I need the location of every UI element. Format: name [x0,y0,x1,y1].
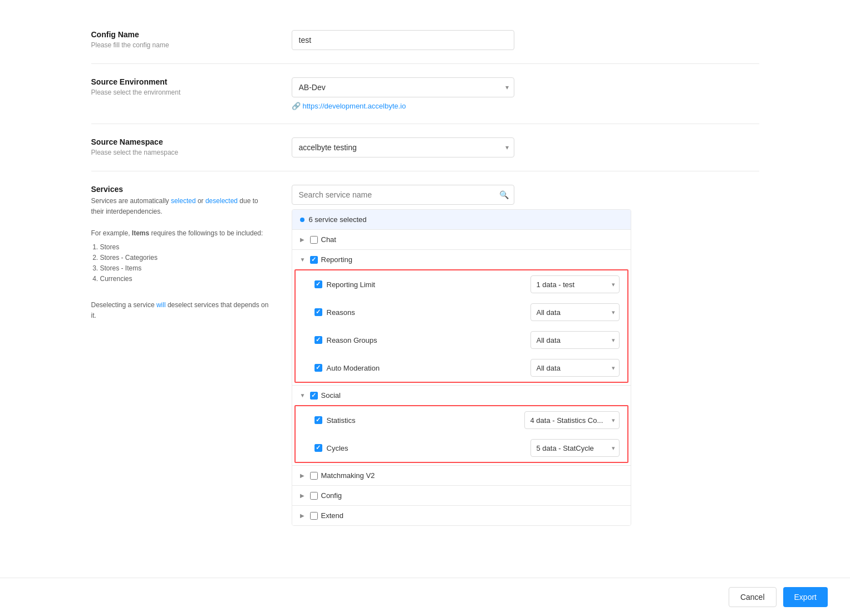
services-title: Services [91,185,269,194]
chevron-right-icon: ▶ [300,236,307,243]
source-ns-hint: Please select the namespace [91,149,269,156]
service-group-matchmaking-header[interactable]: ▶ Matchmaking V2 [292,466,631,485]
list-item: Stores [100,242,269,253]
source-env-content: AB-Dev AB-Prod ▾ 🔗 https://development.a… [292,77,759,110]
cycles-checkbox[interactable] [315,444,322,452]
config-checkbox[interactable] [310,492,318,500]
search-box-wrapper: 🔍 [292,185,514,205]
reason-groups-checkbox[interactable] [315,336,322,344]
source-env-hint: Please select the environment [91,88,269,96]
selected-text: selected [171,197,196,205]
auto-moderation-select-wrapper: All data ▾ [530,359,620,377]
config-name-label-block: Config Name Please fill the config name [91,30,269,49]
service-group-config-header[interactable]: ▶ Config [292,486,631,505]
will-text: will [156,301,166,309]
reporting-limit-select[interactable]: 1 data - test All data [530,275,620,293]
service-header-bar: 6 service selected [292,210,631,230]
source-namespace-section: Source Namespace Please select the names… [91,124,759,171]
matchmaking-checkbox[interactable] [310,472,318,480]
service-group-chat-header[interactable]: ▶ Chat [292,230,631,249]
service-group-chat: ▶ Chat [292,230,631,250]
services-desc2: For example, Items requires the followin… [91,228,269,239]
service-group-reporting: ▼ Reporting Reporting Limit 1 data - [292,250,631,386]
source-ns-title: Source Namespace [91,137,269,146]
reason-groups-row: Reason Groups All data ▾ [307,326,627,354]
service-group-extend-header[interactable]: ▶ Extend [292,506,631,525]
selected-dot-icon [300,218,304,222]
config-name-title: Config Name [91,30,269,39]
social-children: Statistics 4 data - Statistics Co... All… [294,405,628,463]
statistics-row: Statistics 4 data - Statistics Co... All… [307,406,627,434]
config-name-content [292,30,759,50]
list-item: Stores - Items [100,263,269,274]
chat-checkbox[interactable] [310,236,318,244]
config-label: Config [321,491,342,500]
chat-label: Chat [321,235,336,244]
deselect-note: Deselecting a service will deselect serv… [91,300,269,321]
auto-moderation-select[interactable]: All data [530,359,620,377]
reasons-select[interactable]: All data [530,303,620,321]
reason-groups-select-wrapper: All data ▾ [530,331,620,349]
reasons-row: Reasons All data ▾ [307,298,627,326]
reasons-checkbox[interactable] [315,308,322,316]
source-ns-content: accelbyte testing ▾ [292,137,759,157]
reporting-label: Reporting [321,255,352,264]
social-checkbox[interactable] [310,392,318,400]
chevron-down-icon: ▼ [300,257,307,263]
service-search-input[interactable] [292,185,514,205]
cycles-row: Cycles 5 data - StatCycle All data ▾ [307,434,627,462]
list-item: Stores - Categories [100,253,269,263]
chevron-right-icon: ▶ [300,492,307,499]
service-group-matchmaking: ▶ Matchmaking V2 [292,466,631,486]
statistics-checkbox[interactable] [315,416,322,424]
export-button[interactable]: Export [783,587,828,607]
services-example-list: Stores Stores - Categories Stores - Item… [100,242,269,285]
footer-bar: Cancel Export [0,578,850,616]
statistics-select[interactable]: 4 data - Statistics Co... All data [524,411,620,429]
auto-moderation-checkbox[interactable] [315,364,322,372]
config-name-section: Config Name Please fill the config name [91,17,759,64]
chevron-right-icon: ▶ [300,512,307,519]
source-env-label-block: Source Environment Please select the env… [91,77,269,96]
reporting-limit-label: Reporting Limit [327,280,375,289]
source-environment-section: Source Environment Please select the env… [91,64,759,124]
services-label-block: Services Services are automatically sele… [91,185,269,326]
services-content: 🔍 6 service selected ▶ Chat [292,185,759,526]
source-ns-label-block: Source Namespace Please select the names… [91,137,269,156]
auto-moderation-row: Auto Moderation All data ▾ [307,354,627,382]
cycles-label: Cycles [327,444,348,452]
service-group-social-header[interactable]: ▼ Social [292,386,631,405]
service-group-social: ▼ Social Statistics 4 data - Statisti [292,386,631,466]
env-url: https://development.accelbyte.io [303,102,406,110]
service-group-reporting-header[interactable]: ▼ Reporting [292,250,631,269]
cancel-button[interactable]: Cancel [729,587,777,607]
reporting-limit-select-wrapper: 1 data - test All data ▾ [530,275,620,293]
services-section: Services Services are automatically sele… [91,171,759,539]
reason-groups-select[interactable]: All data [530,331,620,349]
config-name-hint: Please fill the config name [91,41,269,49]
cycles-select[interactable]: 5 data - StatCycle All data [530,439,620,457]
source-env-select[interactable]: AB-Dev AB-Prod [292,77,514,97]
services-desc: Services are automatically selected or d… [91,196,269,321]
reporting-limit-checkbox[interactable] [315,280,322,288]
deselected-text: deselected [205,197,238,205]
chevron-right-icon: ▶ [300,472,307,479]
list-item: Currencies [100,274,269,284]
source-ns-select-wrapper: accelbyte testing ▾ [292,137,514,157]
env-link[interactable]: 🔗 https://development.accelbyte.io [292,102,759,110]
source-env-title: Source Environment [91,77,269,86]
config-name-input[interactable] [292,30,514,50]
statistics-label: Statistics [327,416,356,425]
service-group-config: ▶ Config [292,486,631,506]
cycles-select-wrapper: 5 data - StatCycle All data ▾ [530,439,620,457]
source-env-select-wrapper: AB-Dev AB-Prod ▾ [292,77,514,97]
source-ns-select[interactable]: accelbyte testing [292,137,514,157]
service-tree: 6 service selected ▶ Chat ▼ Reporting [292,209,631,526]
service-group-extend: ▶ Extend [292,506,631,525]
reporting-children: Reporting Limit 1 data - test All data ▾ [294,269,628,383]
reporting-checkbox[interactable] [310,256,318,264]
matchmaking-label: Matchmaking V2 [321,471,375,480]
external-link-icon: 🔗 [292,102,301,110]
extend-checkbox[interactable] [310,512,318,520]
chevron-down-icon: ▼ [300,392,307,398]
